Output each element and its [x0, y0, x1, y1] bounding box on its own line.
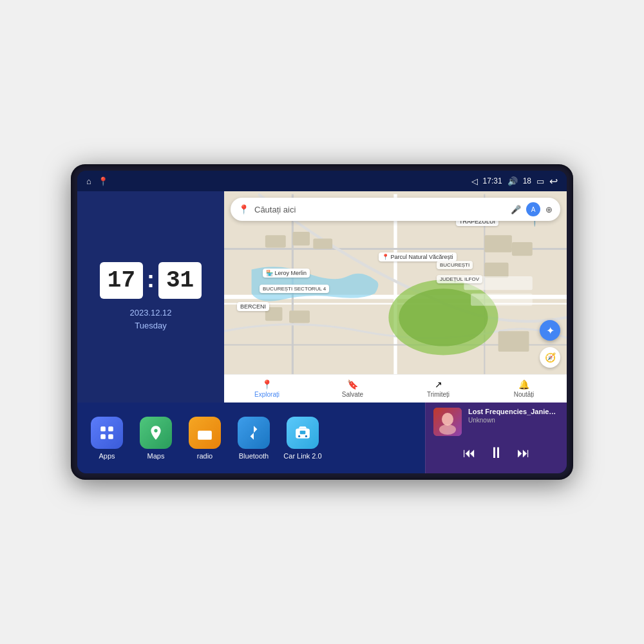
clock-display: 17 : 31: [100, 262, 202, 299]
status-right: ◁ 17:31 🔊 18 ▭ ↩: [471, 175, 558, 187]
status-time: 17:31: [483, 176, 502, 185]
svg-rect-22: [108, 426, 113, 431]
media-section: Lost Frequencies_Janieck Devy-... Unknow…: [425, 402, 567, 473]
map-saved-icon: 🔖: [347, 379, 358, 390]
grid-icon: [99, 424, 115, 441]
album-art-svg: [433, 408, 462, 436]
map-layers-icon[interactable]: ⊕: [545, 205, 553, 214]
screen: ⌂ 📍 ◁ 17:31 🔊 18 ▭ ↩ 17 :: [77, 171, 567, 473]
apps-icon-wrapper: [91, 417, 123, 449]
battery-icon: ▭: [536, 176, 544, 186]
map-nav-news[interactable]: 🔔 Noutăți: [481, 379, 567, 398]
map-explore-label: Explorați: [254, 391, 279, 398]
clock-hour: 17: [100, 262, 143, 299]
map-explore-icon: 📍: [261, 379, 272, 390]
status-left: ⌂ 📍: [86, 176, 108, 186]
map-panel: 📍 Căutați aici 🎤 A ⊕ 📍 Parcul Natural Vă…: [224, 191, 567, 402]
main-content: 17 : 31 2023.12.12 Tuesday: [77, 191, 567, 473]
volume-level: 18: [523, 176, 531, 185]
svg-point-35: [442, 413, 453, 426]
map-compass-button[interactable]: 🧭: [540, 347, 560, 368]
home-icon[interactable]: ⌂: [86, 176, 91, 186]
map-nav-share[interactable]: ↗ Trimiteți: [395, 379, 481, 398]
media-prev-button[interactable]: ⏮: [463, 446, 476, 460]
svg-rect-10: [265, 235, 286, 247]
map-bottom-nav: 📍 Explorați 🔖 Salvate ↗ Trimiteți 🔔: [224, 374, 567, 402]
clock-date: 2023.12.12 Tuesday: [129, 307, 171, 332]
carlink-icon-wrapper: [287, 417, 319, 449]
map-user-avatar[interactable]: A: [526, 202, 540, 216]
svg-rect-33: [300, 430, 306, 433]
media-next-button[interactable]: ⏭: [517, 446, 530, 460]
radio-label: radio: [197, 452, 213, 460]
app-item-apps[interactable]: Apps: [88, 417, 126, 460]
media-info: Lost Frequencies_Janieck Devy-... Unknow…: [468, 408, 559, 424]
svg-point-36: [439, 424, 456, 435]
clock-minute: 31: [158, 262, 202, 299]
apps-label: Apps: [99, 452, 115, 460]
bottom-section: Apps Maps: [77, 402, 567, 473]
app-item-radio[interactable]: FM radio: [185, 417, 224, 460]
signal-icon: ◁: [471, 176, 478, 186]
svg-rect-12: [313, 239, 332, 249]
svg-text:FM: FM: [202, 433, 207, 437]
map-nav-saved[interactable]: 🔖 Salvate: [310, 379, 395, 398]
carlink-icon: [294, 424, 311, 441]
top-section: 17 : 31 2023.12.12 Tuesday: [77, 191, 567, 402]
media-play-button[interactable]: ⏸: [489, 444, 504, 462]
map-share-icon: ↗: [435, 379, 442, 390]
svg-rect-21: [100, 426, 106, 431]
map-label-berceni: BERCENI: [237, 302, 269, 311]
volume-icon: 🔊: [507, 176, 518, 186]
map-icon: [147, 424, 164, 441]
bluetooth-icon-wrapper: [238, 417, 270, 449]
svg-point-31: [298, 435, 300, 437]
media-controls: ⏮ ⏸ ⏭: [433, 440, 559, 463]
map-label-ilfov: JUDEȚUL ILFOV: [437, 275, 482, 283]
maps-label: Maps: [147, 452, 165, 460]
bluetooth-label: Bluetooth: [239, 452, 269, 460]
map-label-sector4: BUCUREȘTI SECTORUL 4: [260, 285, 329, 293]
app-item-carlink[interactable]: Car Link 2.0: [283, 417, 322, 460]
map-label-buc: BUCUREȘTI: [437, 261, 473, 269]
bluetooth-icon: [245, 424, 262, 441]
svg-rect-17: [484, 263, 508, 278]
svg-rect-18: [498, 331, 529, 352]
svg-rect-15: [484, 235, 512, 252]
map-label-parc: 📍 Parcul Natural Văcărești: [379, 252, 457, 261]
clock-panel: 17 : 31 2023.12.12 Tuesday: [77, 191, 224, 402]
clock-colon: :: [147, 266, 155, 293]
map-voice-icon[interactable]: 🎤: [511, 205, 521, 214]
app-item-bluetooth[interactable]: Bluetooth: [234, 417, 273, 460]
map-search-text[interactable]: Căutați aici: [254, 205, 506, 214]
svg-point-26: [207, 433, 209, 436]
svg-point-32: [305, 435, 307, 437]
status-bar: ⌂ 📍 ◁ 17:31 🔊 18 ▭ ↩: [77, 171, 567, 191]
media-top: Lost Frequencies_Janieck Devy-... Unknow…: [433, 408, 559, 436]
map-news-icon: 🔔: [518, 379, 529, 390]
back-icon[interactable]: ↩: [549, 175, 558, 187]
map-saved-label: Salvate: [342, 391, 363, 398]
svg-rect-20: [471, 294, 533, 306]
svg-rect-24: [108, 434, 113, 439]
media-artist: Unknown: [468, 417, 559, 424]
map-news-label: Noutăți: [514, 391, 535, 398]
app-item-maps[interactable]: Maps: [137, 417, 175, 460]
svg-rect-23: [100, 434, 106, 439]
media-title: Lost Frequencies_Janieck Devy-...: [468, 408, 559, 415]
car-head-unit: ⌂ 📍 ◁ 17:31 🔊 18 ▭ ↩ 17 :: [71, 164, 573, 480]
svg-rect-11: [292, 232, 310, 245]
map-logo-icon: 📍: [238, 204, 249, 214]
map-label-leroy: 🏪 Leroy Merlin: [263, 269, 310, 278]
svg-rect-14: [289, 310, 310, 323]
media-album-art: [433, 408, 462, 436]
apps-section: Apps Maps: [77, 402, 425, 473]
maps-pin-icon[interactable]: 📍: [98, 176, 108, 186]
radio-icon: FM: [196, 424, 213, 441]
map-zoom-button[interactable]: ✦: [540, 320, 560, 341]
maps-icon-wrapper: [140, 417, 172, 449]
svg-rect-16: [512, 242, 533, 256]
map-search-bar[interactable]: 📍 Căutați aici 🎤 A ⊕: [231, 198, 560, 221]
map-nav-explore[interactable]: 📍 Explorați: [224, 379, 310, 398]
map-share-label: Trimiteți: [427, 391, 450, 398]
